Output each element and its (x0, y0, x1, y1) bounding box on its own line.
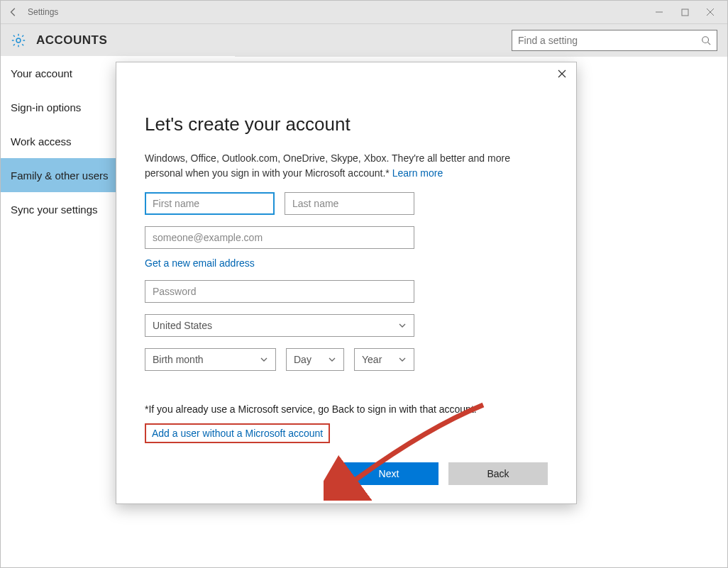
learn-more-link[interactable]: Learn more (392, 167, 443, 179)
svg-rect-1 (682, 9, 688, 16)
button-label: Back (487, 468, 509, 479)
first-name-input[interactable]: First name (145, 192, 275, 215)
dialog-heading: Let's create your account (145, 113, 548, 135)
new-email-link[interactable]: Get a new email address (145, 257, 255, 269)
svg-point-4 (16, 38, 21, 43)
input-placeholder: someone@example.com (153, 232, 263, 243)
dialog-intro-text: Windows, Office, Outlook.com, OneDrive, … (145, 152, 510, 179)
sidebar-item-label: Family & other users (11, 169, 109, 182)
last-name-input[interactable]: Last name (285, 192, 414, 215)
birth-year-select[interactable]: Year (354, 348, 414, 371)
page-title: ACCOUNTS (36, 33, 107, 48)
country-select[interactable]: United States (145, 314, 414, 337)
page-header: ACCOUNTS Find a setting (1, 24, 727, 57)
annotation-highlight: Add a user without a Microsoft account (145, 423, 330, 443)
button-label: Next (379, 468, 399, 479)
settings-window: Settings ACCOUNTS Find a setting Your ac… (0, 0, 728, 568)
chevron-down-icon (328, 355, 336, 364)
dialog-intro: Windows, Office, Outlook.com, OneDrive, … (145, 151, 548, 181)
select-value: United States (153, 320, 212, 331)
birth-month-select[interactable]: Birth month (145, 348, 276, 371)
gear-icon (11, 33, 26, 48)
search-icon (701, 35, 711, 45)
back-button[interactable] (5, 4, 22, 21)
back-button[interactable]: Back (448, 462, 548, 485)
select-value: Year (362, 354, 382, 365)
search-placeholder: Find a setting (518, 35, 701, 46)
sidebar-item-label: Work access (11, 135, 72, 147)
create-account-dialog: Let's create your account Windows, Offic… (116, 62, 577, 504)
titlebar: Settings (1, 1, 727, 24)
birth-day-select[interactable]: Day (286, 348, 344, 371)
close-dialog-button[interactable] (555, 67, 569, 81)
input-placeholder: Password (153, 286, 196, 297)
search-input[interactable]: Find a setting (512, 30, 717, 51)
password-input[interactable]: Password (145, 280, 414, 303)
sidebar-item-label: Your account (11, 67, 72, 79)
input-placeholder: First name (153, 198, 199, 209)
sidebar-item-label: Sign-in options (11, 101, 81, 113)
input-placeholder: Last name (292, 198, 338, 209)
close-window-button[interactable] (697, 4, 723, 21)
email-input[interactable]: someone@example.com (145, 226, 414, 249)
next-button[interactable]: Next (339, 462, 439, 485)
add-user-without-ms-link[interactable]: Add a user without a Microsoft account (152, 428, 323, 439)
footnote: *If you already use a Microsoft service,… (145, 403, 548, 415)
svg-point-5 (702, 37, 709, 43)
select-value: Day (294, 354, 311, 365)
window-title: Settings (28, 7, 58, 17)
chevron-down-icon (398, 321, 407, 330)
minimize-button[interactable] (646, 4, 672, 21)
svg-line-6 (708, 43, 711, 45)
chevron-down-icon (260, 355, 268, 364)
select-value: Birth month (153, 354, 204, 365)
chevron-down-icon (398, 355, 407, 364)
maximize-button[interactable] (672, 4, 697, 21)
sidebar-item-label: Sync your settings (11, 204, 98, 216)
